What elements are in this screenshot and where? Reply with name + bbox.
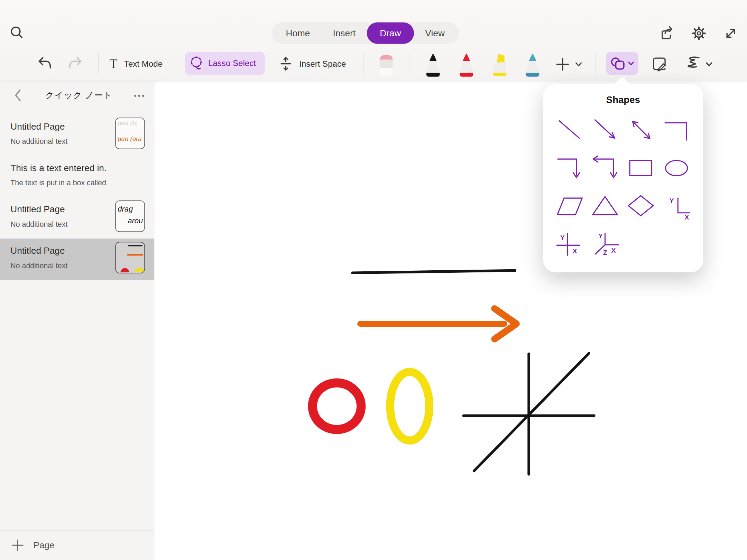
shape-axes-xy-cross[interactable]: Y X xyxy=(552,225,587,263)
tab-view[interactable]: View xyxy=(414,22,456,44)
tab-insert[interactable]: Insert xyxy=(321,22,367,44)
rectangle-icon xyxy=(626,155,656,181)
insert-space-button[interactable]: Insert Space xyxy=(278,53,359,74)
shapes-icon xyxy=(610,57,626,70)
chevron-down-icon xyxy=(575,62,582,67)
teal-pen-tool[interactable] xyxy=(522,50,543,78)
page-list-item[interactable]: This is a text entered in...The text is … xyxy=(0,156,154,197)
svg-text:X: X xyxy=(684,214,689,220)
shape-elbow-arrow[interactable] xyxy=(552,149,587,187)
black-pen-tool[interactable] xyxy=(422,50,444,78)
teal-pen-icon xyxy=(522,51,543,77)
page-subtitle: No additional text xyxy=(10,261,107,271)
ink-straight-line[interactable] xyxy=(352,270,515,273)
expand-icon xyxy=(722,25,739,42)
chevron-down-icon xyxy=(705,62,712,67)
axes-y-x-icon: Y X xyxy=(662,193,692,220)
shape-rectangle[interactable] xyxy=(623,149,659,187)
shapes-button[interactable] xyxy=(606,52,638,75)
app-window: Home Insert Draw View xyxy=(0,0,747,560)
add-pen-icon xyxy=(555,57,570,71)
settings-button[interactable] xyxy=(689,24,708,43)
ink-to-shape-icon xyxy=(683,55,702,73)
ink-to-shape-button[interactable] xyxy=(682,54,703,73)
axes-xyz-icon: Y X Z xyxy=(590,231,620,258)
shape-arrow-double-diagonal[interactable] xyxy=(623,111,659,149)
lasso-select-button[interactable]: Lasso Select xyxy=(185,52,265,75)
undo-icon xyxy=(36,56,53,72)
shape-diamond[interactable] xyxy=(623,187,659,225)
tab-home[interactable]: Home xyxy=(274,22,321,44)
eraser-tool[interactable] xyxy=(376,50,397,78)
shape-line-diagonal[interactable] xyxy=(552,111,587,149)
arrow-diagonal-icon xyxy=(590,117,620,143)
toolbar-divider xyxy=(409,53,409,73)
svg-text:Z: Z xyxy=(603,249,607,256)
add-pen-button[interactable] xyxy=(554,56,571,73)
settings-gear-icon xyxy=(690,25,708,42)
tab-draw[interactable]: Draw xyxy=(367,22,414,44)
page-list-item[interactable]: Untitled PageNo additional text xyxy=(0,239,154,280)
shape-parallelogram[interactable] xyxy=(552,187,587,225)
page-list-item[interactable]: Untitled PageNo additional textdragarou xyxy=(0,197,154,239)
arrow-double-diagonal-icon xyxy=(626,117,656,143)
page-thumbnail: dragarou xyxy=(115,200,145,232)
shapes-grid: Y X Y X Y X Z xyxy=(543,111,703,263)
undo-button[interactable] xyxy=(35,55,53,73)
toolbar-chrome: Home Insert Draw View xyxy=(0,0,747,80)
search-icon xyxy=(9,25,26,42)
svg-text:Y: Y xyxy=(560,234,564,241)
fullscreen-button[interactable] xyxy=(721,24,740,43)
ink-orange-arrow[interactable] xyxy=(360,309,516,339)
red-pen-tool[interactable] xyxy=(455,50,477,78)
note-pen-icon xyxy=(651,55,668,73)
redo-button[interactable] xyxy=(67,55,85,73)
page-sidebar: クイック ノート ••• Untitled PageNo additional … xyxy=(0,80,154,560)
more-options-button[interactable]: ••• xyxy=(134,91,146,99)
share-icon xyxy=(658,25,676,42)
shape-elbow-double-arrow[interactable] xyxy=(588,149,623,187)
add-page-label: Page xyxy=(33,540,54,550)
shape-axes-y-x[interactable]: Y X xyxy=(659,187,694,225)
shape-triangle[interactable] xyxy=(588,187,623,225)
svg-text:Y: Y xyxy=(598,232,603,240)
ellipse-icon xyxy=(662,155,692,181)
yellow-highlighter-icon xyxy=(489,51,510,77)
shape-ellipse[interactable] xyxy=(659,149,694,187)
ink-cross-lines[interactable] xyxy=(463,353,594,474)
red-pen-icon xyxy=(455,51,477,77)
page-subtitle: No additional text xyxy=(10,136,107,146)
page-title: This is a text entered in... xyxy=(10,162,107,174)
chevron-left-icon xyxy=(14,89,21,102)
toolbar-divider xyxy=(363,53,363,73)
search-button[interactable] xyxy=(8,24,27,43)
shapes-grid-spacer xyxy=(659,225,694,263)
chevron-down-icon xyxy=(628,61,634,65)
elbow-arrow-icon xyxy=(554,155,585,181)
svg-text:X: X xyxy=(572,248,577,255)
share-button[interactable] xyxy=(657,24,676,43)
text-mode-label: Text Mode xyxy=(124,59,163,69)
back-button[interactable] xyxy=(11,88,24,102)
text-mode-button[interactable]: T Text Mode xyxy=(110,53,181,74)
diamond-icon xyxy=(626,193,656,220)
ink-options-chevron[interactable] xyxy=(704,61,714,67)
page-subtitle: The text is put in a box called... xyxy=(10,178,107,188)
page-list-item[interactable]: Untitled PageNo additional textpen (b|pe… xyxy=(0,114,154,156)
eraser-icon xyxy=(376,51,397,77)
toolbar-divider xyxy=(596,53,596,73)
ink-red-circle[interactable] xyxy=(313,383,361,430)
page-title: Untitled Page xyxy=(10,203,107,215)
insert-space-icon xyxy=(278,56,293,72)
shape-arrow-diagonal[interactable] xyxy=(588,111,623,149)
shape-elbow-corner[interactable] xyxy=(659,111,694,149)
sticky-note-button[interactable] xyxy=(650,54,669,73)
ink-yellow-oval[interactable] xyxy=(390,372,429,440)
add-page-button[interactable]: Page xyxy=(0,530,154,560)
shape-axes-xyz[interactable]: Y X Z xyxy=(588,225,623,263)
parallelogram-icon xyxy=(554,193,585,220)
pen-options-chevron[interactable] xyxy=(574,61,583,67)
sidebar-header: クイック ノート ••• xyxy=(0,80,154,110)
notebook-title: クイック ノート xyxy=(24,90,134,101)
yellow-highlighter-tool[interactable] xyxy=(489,50,510,78)
